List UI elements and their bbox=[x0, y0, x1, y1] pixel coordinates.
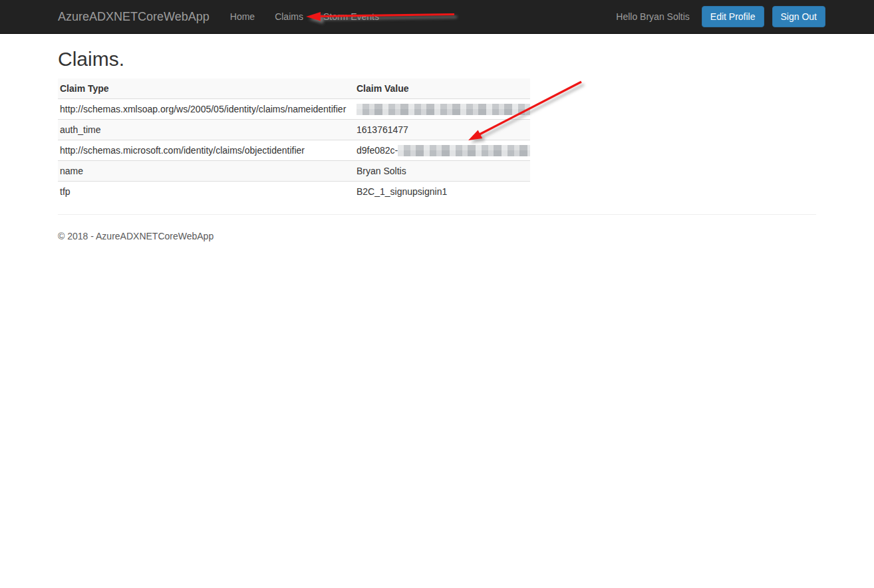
footer-copyright: © 2018 - AzureADXNETCoreWebApp bbox=[58, 231, 816, 241]
claim-type-cell: http://schemas.xmlsoap.org/ws/2005/05/id… bbox=[58, 99, 355, 120]
table-row: auth_time 1613761477 bbox=[58, 120, 530, 140]
page-title: Claims. bbox=[58, 48, 816, 71]
table-row: http://schemas.xmlsoap.org/ws/2005/05/id… bbox=[58, 99, 530, 120]
claim-value-text: B2C_1_signupsignin1 bbox=[357, 186, 447, 197]
claim-type-cell: auth_time bbox=[58, 120, 355, 140]
app-brand-link[interactable]: AzureADXNETCoreWebApp bbox=[58, 0, 210, 33]
nav-item-storm-events[interactable]: Storm Events bbox=[313, 0, 389, 33]
navbar-account-area: Hello Bryan Soltis Edit Profile Sign Out bbox=[616, 0, 825, 33]
claim-value-cell: Bryan Soltis bbox=[355, 161, 530, 182]
nav-item-home[interactable]: Home bbox=[220, 0, 265, 33]
footer-divider bbox=[58, 214, 816, 215]
column-header-claim-value: Claim Value bbox=[355, 78, 530, 99]
claim-value-text: Bryan Soltis bbox=[357, 166, 406, 176]
claims-table: Claim Type Claim Value http://schemas.xm… bbox=[58, 78, 530, 202]
greeting-link[interactable]: Hello Bryan Soltis bbox=[616, 11, 690, 22]
claim-value-cell: B2C_1_signupsignin1 bbox=[355, 182, 530, 202]
nav-item-claims[interactable]: Claims bbox=[265, 0, 313, 33]
claim-value-cell: d9fe082c-2 bbox=[355, 140, 530, 161]
edit-profile-button[interactable]: Edit Profile bbox=[702, 6, 764, 27]
claim-type-cell: http://schemas.microsoft.com/identity/cl… bbox=[58, 140, 355, 161]
claim-type-cell: tfp bbox=[58, 182, 355, 202]
claim-value-cell bbox=[355, 99, 530, 120]
claim-value-text: d9fe082c- bbox=[357, 145, 398, 156]
main-content: Claims. Claim Type Claim Value http://sc… bbox=[58, 34, 816, 241]
claims-table-header-row: Claim Type Claim Value bbox=[58, 78, 530, 99]
redacted-value-blur bbox=[357, 104, 530, 115]
claim-value-cell: 1613761477 bbox=[355, 120, 530, 140]
claim-value-text: 1613761477 bbox=[357, 124, 408, 135]
sign-out-button[interactable]: Sign Out bbox=[772, 6, 825, 27]
main-nav: Home Claims Storm Events bbox=[220, 0, 389, 33]
claim-type-cell: name bbox=[58, 161, 355, 182]
top-navbar: AzureADXNETCoreWebApp Home Claims Storm … bbox=[0, 0, 874, 34]
table-row: tfp B2C_1_signupsignin1 bbox=[58, 182, 530, 202]
table-row: name Bryan Soltis bbox=[58, 161, 530, 182]
redacted-value-blur bbox=[398, 145, 530, 156]
table-row: http://schemas.microsoft.com/identity/cl… bbox=[58, 140, 530, 161]
column-header-claim-type: Claim Type bbox=[58, 78, 355, 99]
